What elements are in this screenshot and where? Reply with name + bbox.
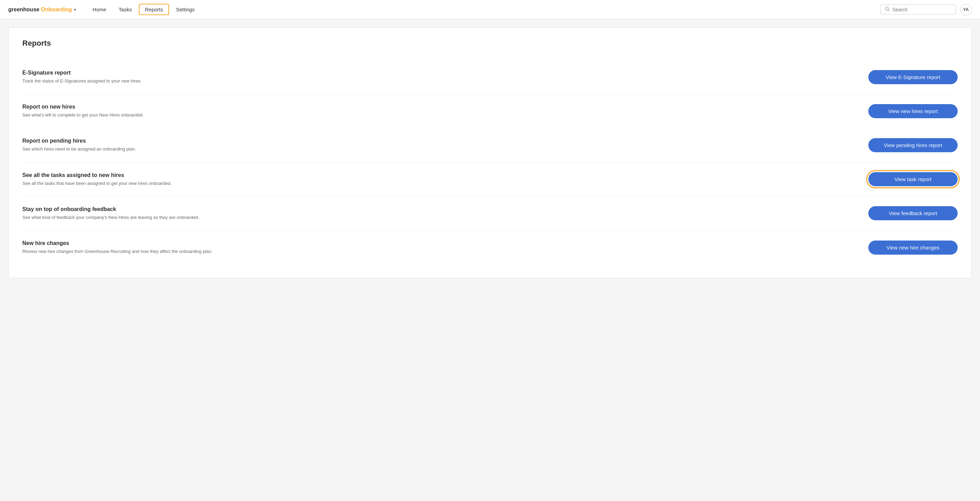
report-info-new-hires: Report on new hiresSee what's left to co… [22,104,868,118]
report-info-feedback: Stay on top of onboarding feedbackSee wh… [22,206,868,221]
search-box[interactable] [880,5,956,14]
report-info-task-report: See all the tasks assigned to new hiresS… [22,172,868,186]
brand-greenhouse: greenhouse [8,6,40,13]
search-icon [885,6,889,13]
nav-links: Home Tasks Reports Settings [87,4,880,15]
report-desc-pending-hires: See which hires need to be assigned an o… [22,146,854,152]
report-desc-task-report: See all the tasks that have been assigne… [22,180,854,186]
report-title-task-report: See all the tasks assigned to new hires [22,172,854,178]
page-title: Reports [22,39,958,48]
report-btn-feedback[interactable]: View feedback report [868,206,958,220]
report-title-esignature: E-Signature report [22,70,854,76]
report-btn-esignature[interactable]: View E-Signature report [868,70,958,84]
report-row: E-Signature reportTrack the status of E-… [22,60,958,94]
avatar[interactable]: YA [960,4,972,16]
report-desc-feedback: See what kind of feedback your company's… [22,215,854,221]
nav-right: YA [880,4,972,16]
report-title-feedback: Stay on top of onboarding feedback [22,206,854,212]
brand-chevron-icon[interactable]: ▾ [74,7,76,12]
report-row: Stay on top of onboarding feedbackSee wh… [22,197,958,231]
report-desc-esignature: Track the status of E-Signatures assigne… [22,78,854,84]
report-btn-new-hires[interactable]: View new hires report [868,104,958,118]
report-desc-new-hire-changes: Review new hire changes from Greenhouse … [22,248,854,254]
nav-settings[interactable]: Settings [170,5,200,14]
reports-card: Reports E-Signature reportTrack the stat… [8,27,972,278]
report-btn-task-report[interactable]: View task report [868,172,958,186]
report-row: New hire changesReview new hire changes … [22,231,958,264]
report-info-new-hire-changes: New hire changesReview new hire changes … [22,240,868,254]
brand: greenhouse Onboarding ▾ [8,6,76,13]
report-btn-new-hire-changes[interactable]: View new hire changes [868,240,958,254]
report-info-esignature: E-Signature reportTrack the status of E-… [22,70,868,84]
report-desc-new-hires: See what's left to complete to get your … [22,112,854,118]
brand-onboarding: Onboarding [41,6,72,13]
nav-tasks[interactable]: Tasks [113,5,137,14]
report-row: Report on new hiresSee what's left to co… [22,94,958,128]
report-row: See all the tasks assigned to new hiresS… [22,162,958,197]
navbar: greenhouse Onboarding ▾ Home Tasks Repor… [0,0,980,19]
main-content: Reports E-Signature reportTrack the stat… [0,19,980,286]
report-title-pending-hires: Report on pending hires [22,138,854,144]
nav-home[interactable]: Home [87,5,112,14]
report-title-new-hire-changes: New hire changes [22,240,854,247]
search-input[interactable] [892,7,951,13]
reports-list: E-Signature reportTrack the status of E-… [22,60,958,264]
nav-reports[interactable]: Reports [139,4,169,15]
report-btn-pending-hires[interactable]: View pending hires report [868,138,958,152]
report-info-pending-hires: Report on pending hiresSee which hires n… [22,138,868,152]
report-title-new-hires: Report on new hires [22,104,854,110]
svg-line-1 [888,10,889,11]
report-row: Report on pending hiresSee which hires n… [22,128,958,162]
